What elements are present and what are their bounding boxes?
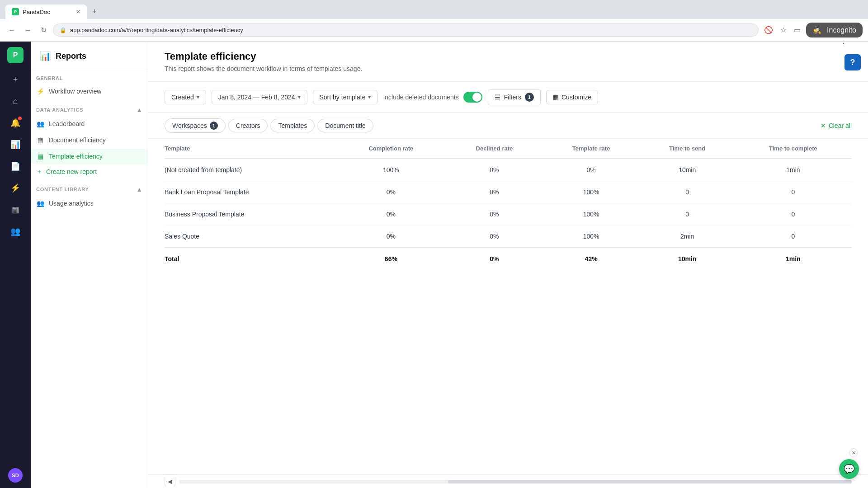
filter-icon: ☰ bbox=[495, 94, 500, 101]
scrollbar-track[interactable] bbox=[179, 480, 852, 483]
add-icon-button[interactable]: + bbox=[6, 70, 24, 89]
workspaces-label: Workspaces bbox=[172, 122, 207, 129]
cell-time-to-complete: 1min bbox=[735, 159, 852, 181]
cell-template-rate: 100% bbox=[542, 203, 640, 225]
page-description: This report shows the document workflow … bbox=[165, 65, 852, 72]
new-tab-button[interactable]: + bbox=[89, 4, 100, 19]
date-range-label: Jan 8, 2024 — Feb 8, 2024 bbox=[218, 94, 295, 101]
table-row: Bank Loan Proposal Template 0% 0% 100% 0… bbox=[165, 181, 852, 203]
sort-label: Sort by template bbox=[320, 94, 366, 101]
sidebar-item-document-efficiency[interactable]: ▦ Document efficiency bbox=[31, 132, 148, 148]
table-header: Template Completion rate Declined rate T… bbox=[165, 139, 852, 159]
total-template-rate: 42% bbox=[542, 248, 640, 270]
cell-time-to-complete: 0 bbox=[735, 225, 852, 248]
collapse-button[interactable]: ▲ bbox=[136, 106, 142, 113]
browser-chrome: P PandaDoc ✕ + bbox=[0, 0, 868, 19]
chevron-down-icon: ▾ bbox=[197, 94, 199, 100]
sidebar-item-leaderboard[interactable]: 👥 Leaderboard bbox=[31, 116, 148, 131]
sidebar-item-label: Template efficiency bbox=[49, 153, 142, 160]
browser-tab-active[interactable]: P PandaDoc ✕ bbox=[5, 5, 87, 19]
filters-button[interactable]: ☰ Filters 1 bbox=[488, 89, 541, 105]
general-section-label: GENERAL bbox=[36, 75, 63, 81]
home-icon-button[interactable]: ⌂ bbox=[6, 92, 24, 110]
page-title: Template efficiency bbox=[165, 51, 852, 62]
tab-close-button[interactable]: ✕ bbox=[76, 9, 80, 15]
template-efficiency-icon: ▦ bbox=[36, 152, 44, 160]
date-range-filter-dropdown[interactable]: Jan 8, 2024 — Feb 8, 2024 ▾ bbox=[212, 90, 307, 104]
eye-slash-icon[interactable]: 🚫 bbox=[762, 24, 775, 36]
customize-icon: ▦ bbox=[553, 94, 559, 101]
user-avatar[interactable]: SD bbox=[8, 468, 23, 483]
create-new-report-button[interactable]: ＋ Create new report bbox=[31, 165, 148, 178]
sidebar-item-label: Leaderboard bbox=[49, 120, 142, 127]
sidebar-toggle-icon[interactable]: ▭ bbox=[792, 24, 802, 36]
cell-completion-rate: 0% bbox=[336, 225, 447, 248]
cell-time-to-send: 0 bbox=[640, 181, 735, 203]
workspaces-count-badge: 1 bbox=[210, 122, 218, 130]
total-time-to-complete: 1min bbox=[735, 248, 852, 270]
browser-tab-bar: P PandaDoc ✕ + bbox=[5, 4, 863, 19]
cell-completion-rate: 0% bbox=[336, 181, 447, 203]
reports-icon-button[interactable]: 📊 bbox=[6, 136, 24, 154]
sidebar-item-label: Workflow overview bbox=[49, 88, 142, 95]
table-row: Business Proposal Template 0% 0% 100% 0 … bbox=[165, 203, 852, 225]
content-library-collapse-button[interactable]: ▲ bbox=[136, 186, 142, 193]
cell-completion-rate: 0% bbox=[336, 203, 447, 225]
horizontal-scrollbar[interactable]: ◀ bbox=[148, 474, 868, 488]
help-button[interactable]: ? bbox=[844, 54, 861, 70]
chevron-down-icon: ▾ bbox=[368, 94, 371, 100]
cell-template: Business Proposal Template bbox=[165, 203, 336, 225]
col-template: Template bbox=[165, 139, 336, 159]
app-logo[interactable]: P bbox=[7, 47, 24, 63]
cell-template-rate: 100% bbox=[542, 181, 640, 203]
contacts-icon-button[interactable]: 👥 bbox=[6, 222, 24, 240]
scroll-left-button[interactable]: ◀ bbox=[165, 477, 175, 486]
creators-tab-pill[interactable]: Creators bbox=[228, 119, 268, 132]
col-time-to-send: Time to send bbox=[640, 139, 735, 159]
templates-tab-pill[interactable]: Templates bbox=[270, 119, 315, 132]
main-content: ⋮ Template efficiency This report shows … bbox=[148, 42, 868, 488]
clear-all-icon: ✕ bbox=[821, 122, 826, 129]
back-button[interactable]: ← bbox=[5, 24, 18, 36]
table-row: (Not created from template) 100% 0% 0% 1… bbox=[165, 159, 852, 181]
col-declined-rate: Declined rate bbox=[446, 139, 542, 159]
workspaces-tab-pill[interactable]: Workspaces 1 bbox=[165, 118, 226, 133]
scrollbar-thumb[interactable] bbox=[448, 480, 852, 483]
created-filter-dropdown[interactable]: Created ▾ bbox=[165, 90, 206, 104]
clear-all-label: Clear all bbox=[829, 122, 852, 129]
sidebar-item-label: Document efficiency bbox=[49, 136, 142, 144]
chat-button[interactable]: 💬 bbox=[839, 459, 859, 479]
more-options-button[interactable]: ⋮ bbox=[835, 42, 852, 47]
lock-icon: 🔒 bbox=[60, 27, 66, 33]
customize-button[interactable]: ▦ Customize bbox=[546, 90, 598, 104]
cell-declined-rate: 0% bbox=[446, 225, 542, 248]
cell-completion-rate: 100% bbox=[336, 159, 447, 181]
content-library-section-header: CONTENT LIBRARY ▲ bbox=[31, 179, 148, 196]
data-analytics-section-label: DATA ANALYTICS bbox=[36, 107, 83, 113]
document-title-tab-pill[interactable]: Document title bbox=[317, 119, 373, 132]
table-row: Sales Quote 0% 0% 100% 2min 0 bbox=[165, 225, 852, 248]
automation-icon-button[interactable]: ⚡ bbox=[6, 179, 24, 197]
total-completion-rate: 66% bbox=[336, 248, 447, 270]
address-bar[interactable]: 🔒 app.pandadoc.com/a/#/reporting/data-an… bbox=[53, 23, 759, 37]
forward-button[interactable]: → bbox=[22, 24, 34, 36]
sort-filter-dropdown[interactable]: Sort by template ▾ bbox=[313, 90, 378, 104]
refresh-button[interactable]: ↻ bbox=[38, 24, 49, 36]
icon-sidebar: P + ⌂ 🔔 📊 📄 ⚡ ▦ 👥 SD bbox=[0, 42, 31, 488]
data-table: Template Completion rate Declined rate T… bbox=[165, 139, 852, 270]
include-deleted-toggle[interactable] bbox=[463, 92, 482, 103]
chat-close-button[interactable]: ✕ bbox=[849, 448, 858, 457]
clear-all-button[interactable]: ✕ Clear all bbox=[821, 122, 852, 129]
page-header: ⋮ Template efficiency This report shows … bbox=[148, 42, 868, 82]
star-icon[interactable]: ☆ bbox=[778, 24, 788, 36]
sidebar-item-usage-analytics[interactable]: 👥 Usage analytics bbox=[31, 196, 148, 211]
sidebar-item-workflow-overview[interactable]: ⚡ Workflow overview bbox=[31, 84, 148, 99]
notifications-icon-button[interactable]: 🔔 bbox=[6, 114, 24, 132]
filters-label: Filters bbox=[504, 94, 521, 101]
sidebar-header-title: Reports bbox=[56, 52, 86, 61]
cell-template: Bank Loan Proposal Template bbox=[165, 181, 336, 203]
sidebar-item-template-efficiency[interactable]: ▦ Template efficiency bbox=[31, 149, 148, 164]
documents-icon-button[interactable]: 📄 bbox=[6, 157, 24, 175]
catalog-icon-button[interactable]: ▦ bbox=[6, 201, 24, 219]
cell-template: (Not created from template) bbox=[165, 159, 336, 181]
